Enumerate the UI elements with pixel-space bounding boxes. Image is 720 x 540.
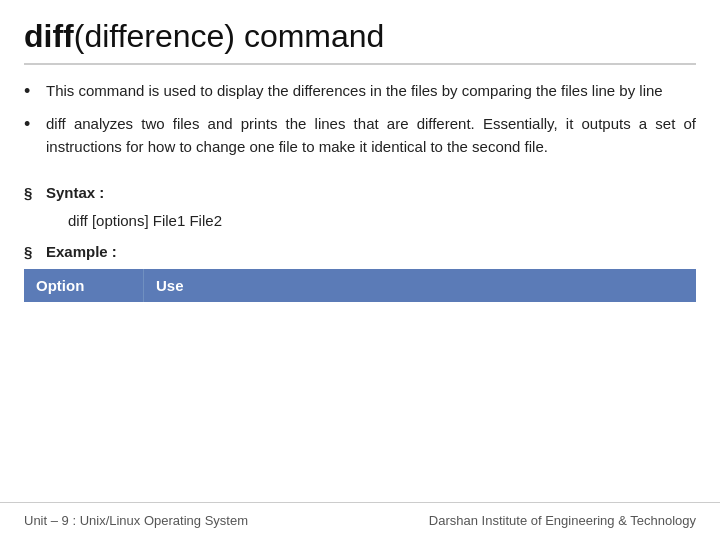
syntax-label: Syntax : (46, 182, 104, 205)
syntax-bullet-icon: § (24, 182, 46, 205)
example-heading: § Example : (24, 241, 696, 264)
example-bullet-icon: § (24, 241, 46, 264)
bullet-text-1: This command is used to display the diff… (46, 79, 696, 102)
bullet-dot-1: • (24, 79, 46, 104)
page-container: diff(difference) command • This command … (0, 0, 720, 540)
table-header-row: Option Use (24, 269, 696, 302)
footer-right: Darshan Institute of Engineering & Techn… (429, 513, 696, 528)
syntax-code: diff [options] File1 File2 (68, 209, 696, 233)
example-label: Example : (46, 241, 117, 264)
footer: Unit – 9 : Unix/Linux Operating System D… (0, 502, 720, 540)
bullet-text-2: diff analyzes two files and prints the l… (46, 112, 696, 159)
title-area: diff(difference) command (24, 18, 696, 65)
bullet-dot-2: • (24, 112, 46, 137)
title-rest: (difference) command (74, 18, 385, 54)
title-bold: diff (24, 18, 74, 54)
footer-left: Unit – 9 : Unix/Linux Operating System (24, 513, 248, 528)
content-area: • This command is used to display the di… (24, 79, 696, 540)
syntax-heading: § Syntax : (24, 182, 696, 205)
bullet-item-1: • This command is used to display the di… (24, 79, 696, 104)
table-header-option: Option (24, 269, 144, 302)
table-header-use: Use (144, 269, 696, 302)
bullet-item-2: • diff analyzes two files and prints the… (24, 112, 696, 159)
bullet-section: • This command is used to display the di… (24, 79, 696, 167)
page-title: diff(difference) command (24, 18, 696, 55)
